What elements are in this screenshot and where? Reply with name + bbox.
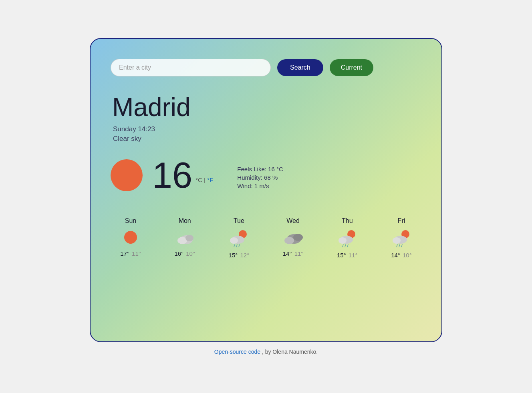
- svg-line-17: [345, 245, 346, 247]
- forecast-icon-sun: [122, 229, 139, 246]
- svg-point-12: [293, 234, 303, 241]
- temperature-display: 16: [152, 157, 192, 193]
- svg-line-23: [399, 245, 400, 247]
- weather-card: Search Current Madrid Sunday 14:23 Clear…: [90, 38, 442, 342]
- svg-point-3: [185, 235, 193, 241]
- weather-details: Feels Like: 16 °C Humidity: 68 % Wind: 1…: [237, 166, 283, 189]
- svg-line-8: [236, 245, 237, 247]
- svg-line-18: [347, 245, 348, 247]
- search-row: Search Current: [111, 59, 421, 76]
- svg-point-6: [230, 237, 238, 244]
- forecast-temps: 15° 11°: [337, 252, 358, 259]
- search-input[interactable]: [111, 59, 271, 76]
- unit-toggle[interactable]: °C | °F: [195, 176, 213, 183]
- footer-attribution: , by Olena Naumenko.: [260, 349, 318, 355]
- svg-line-22: [397, 245, 397, 247]
- forecast-day-label: Thu: [342, 217, 353, 225]
- svg-point-15: [339, 237, 347, 244]
- forecast-section: Sun 17° 11° Mon 16° 10° Tue: [111, 217, 421, 259]
- forecast-day-label: Sun: [125, 217, 136, 225]
- current-weather: 16 °C | °F Feels Like: 16 °C Humidity: 6…: [111, 157, 421, 193]
- forecast-day-tue: Tue 15° 12°: [219, 217, 259, 259]
- forecast-day-fri: Fri 14° 10°: [381, 217, 421, 259]
- unit-fahrenheit[interactable]: °F: [207, 176, 213, 183]
- sun-icon: [111, 159, 143, 191]
- svg-line-7: [234, 245, 235, 247]
- svg-point-0: [124, 231, 137, 244]
- open-source-link[interactable]: Open-source code: [214, 349, 260, 355]
- svg-line-16: [343, 245, 343, 247]
- unit-separator: |: [202, 176, 207, 183]
- wind: Wind: 1 m/s: [237, 182, 283, 189]
- svg-line-9: [239, 245, 240, 247]
- forecast-day-label: Mon: [179, 217, 191, 225]
- forecast-temps: 16° 10°: [174, 250, 195, 257]
- forecast-icon-cloudy: [283, 229, 304, 246]
- forecast-icon-partly-cloudy: [174, 229, 195, 246]
- forecast-temps: 17° 11°: [120, 250, 141, 257]
- city-datetime: Sunday 14:23: [113, 125, 421, 133]
- city-condition: Clear sky: [113, 135, 421, 143]
- forecast-day-wed: Wed 14° 11°: [273, 217, 313, 259]
- forecast-temps: 15° 12°: [229, 252, 250, 259]
- forecast-icon-sun-rain-3: [391, 229, 412, 248]
- forecast-temps: 14° 10°: [391, 252, 412, 259]
- city-name: Madrid: [112, 92, 421, 122]
- footer: Open-source code , by Olena Naumenko.: [214, 349, 318, 355]
- unit-celsius[interactable]: °C: [195, 176, 202, 183]
- forecast-icon-sun-rain: [228, 229, 249, 248]
- svg-point-21: [393, 237, 401, 244]
- forecast-day-sun: Sun 17° 11°: [111, 217, 151, 259]
- current-location-button[interactable]: Current: [330, 59, 373, 76]
- search-button[interactable]: Search: [277, 59, 323, 76]
- forecast-day-mon: Mon 16° 10°: [165, 217, 205, 259]
- forecast-day-thu: Thu 15° 11°: [327, 217, 367, 259]
- forecast-day-label: Fri: [398, 217, 405, 225]
- forecast-day-label: Tue: [234, 217, 244, 225]
- humidity: Humidity: 68 %: [237, 174, 283, 181]
- svg-point-11: [284, 237, 294, 244]
- forecast-day-label: Wed: [286, 217, 300, 225]
- svg-line-24: [401, 245, 402, 247]
- feels-like: Feels Like: 16 °C: [237, 166, 283, 172]
- forecast-icon-sun-rain-2: [337, 229, 358, 248]
- forecast-temps: 14° 11°: [283, 250, 304, 257]
- app-wrapper: Search Current Madrid Sunday 14:23 Clear…: [90, 38, 442, 355]
